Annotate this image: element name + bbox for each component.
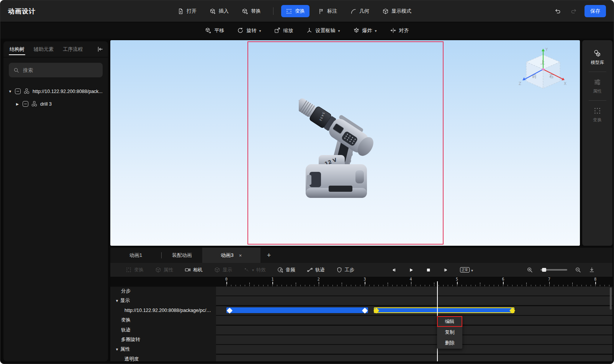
explode-cube-icon [353, 27, 360, 34]
assembly-icon [31, 101, 38, 107]
expand-arrow-icon[interactable] [16, 102, 20, 106]
save-button[interactable]: 保存 [585, 5, 606, 17]
tool-workstep[interactable]: 工步 [336, 267, 354, 273]
explode-button[interactable]: 爆炸 [349, 25, 381, 36]
row-label[interactable]: 显示 [110, 296, 216, 305]
tool-camera[interactable]: 相机 [185, 267, 203, 273]
main-menu: 打开 插入 替换 变换 标注 几何 显示模式 [173, 5, 416, 17]
clip-selected[interactable] [374, 307, 514, 313]
search-input[interactable] [22, 67, 98, 73]
annotate-button[interactable]: 标注 [313, 5, 342, 17]
row-label[interactable]: 分步 [110, 287, 216, 295]
tool-properties[interactable]: 属性 [155, 267, 173, 273]
display-mode-button[interactable]: 显示模式 [378, 5, 416, 17]
app-title: 动画设计 [8, 7, 36, 16]
tree-item-package[interactable]: http://10.122.92.200:8088/pack... [3, 85, 108, 98]
open-button[interactable]: 打开 [173, 5, 201, 17]
clip[interactable] [226, 307, 368, 313]
tool-trajectory[interactable]: 轨迹 [307, 267, 325, 273]
row-track[interactable] [216, 296, 612, 305]
tool-effects[interactable]: 特效 [244, 267, 266, 273]
viewport-3d[interactable]: 5432 12 V [110, 40, 580, 246]
playback-speed-select[interactable]: 正常 [460, 266, 473, 273]
stop-button[interactable] [426, 267, 431, 273]
timeline-tabs: 动画1 装配动画 动画3 × + [110, 248, 612, 263]
timeline-ruler[interactable]: 012345678 [110, 277, 612, 287]
expand-arrow-icon[interactable] [115, 299, 119, 303]
step-forward-button[interactable] [443, 267, 449, 273]
right-rail: 模型库 属性 变换 [582, 40, 612, 246]
play-button[interactable] [408, 267, 414, 273]
transform-mode-button[interactable]: 变换 [281, 5, 309, 17]
redo-button[interactable] [569, 7, 578, 16]
ruler-label: 6 [502, 277, 504, 281]
tree-item-drill[interactable]: drill 3 [3, 98, 108, 110]
scale-button[interactable]: 缩放 [270, 25, 297, 36]
row-track[interactable] [216, 326, 612, 335]
expand-arrow-icon[interactable] [8, 90, 12, 93]
replace-button[interactable]: 替换 [237, 5, 265, 17]
cube-icon [382, 8, 389, 15]
row-track[interactable] [216, 335, 612, 344]
zoom-in-icon[interactable] [527, 267, 533, 273]
timeline-zoom-slider[interactable] [540, 269, 567, 271]
close-tab-icon[interactable]: × [239, 253, 242, 258]
timeline-tab-assembly[interactable]: 装配动画 [162, 248, 202, 263]
visibility-checkbox[interactable] [23, 101, 28, 107]
undo-button[interactable] [553, 7, 563, 16]
zoom-out-icon[interactable] [575, 267, 581, 273]
add-tab-button[interactable]: + [260, 248, 277, 263]
row-label[interactable]: http://10.122.92.200:8088/package/pc/3dE… [110, 306, 216, 315]
ruler-label: 7 [548, 277, 550, 281]
row-label[interactable]: 多圈旋转 [110, 335, 216, 344]
row-label[interactable]: 轨迹 [110, 326, 216, 335]
row-track[interactable] [216, 345, 612, 354]
tool-transform[interactable]: 变换 [126, 267, 144, 273]
rotate-button[interactable]: 旋转 [233, 25, 265, 36]
step-back-button[interactable] [391, 267, 397, 273]
timeline-row-display-group: 显示 [110, 296, 612, 305]
chevron-down-icon [375, 28, 377, 33]
tab-auxiliary-elements[interactable]: 辅助元素 [32, 41, 55, 57]
timeline-rows: 分步 显示 http://10.122.92.200:8088/package/… [110, 287, 612, 361]
ruler-label: 1 [271, 277, 273, 281]
tab-structure-tree[interactable]: 结构树 [8, 41, 26, 57]
rail-properties[interactable]: 属性 [593, 74, 602, 98]
tool-audio[interactable]: 音频 [277, 267, 295, 273]
pan-button[interactable]: 平移 [201, 25, 228, 36]
collapse-panel-button[interactable] [97, 46, 103, 52]
slider-handle[interactable] [542, 268, 546, 272]
timeline-scrollbar[interactable] [610, 287, 612, 310]
search-icon [13, 67, 19, 73]
tab-process-flow[interactable]: 工序流程 [61, 41, 84, 57]
download-icon[interactable] [589, 267, 595, 273]
chevron-down-icon [471, 266, 473, 273]
timeline-tab-anim3[interactable]: 动画3 × [202, 248, 260, 263]
arc-icon [350, 8, 357, 15]
row-label[interactable]: 属性 [110, 345, 216, 354]
context-menu-delete[interactable]: 删除 [437, 338, 462, 348]
rail-transform[interactable]: 变换 [593, 103, 602, 127]
context-menu-edit[interactable]: 编辑 [437, 316, 462, 327]
geometry-button[interactable]: 几何 [345, 5, 374, 17]
align-button[interactable]: 对齐 [386, 25, 413, 36]
row-label[interactable]: 变换 [110, 316, 216, 325]
camera-icon [185, 267, 191, 273]
visibility-checkbox[interactable] [15, 88, 21, 94]
speed-badge: 正常 [460, 267, 470, 273]
row-label[interactable]: 透明度 [110, 355, 216, 361]
shield-icon [336, 267, 342, 273]
rail-model-library[interactable]: 模型库 [591, 46, 604, 69]
assembly-icon [23, 88, 30, 95]
expand-arrow-icon[interactable] [115, 348, 119, 351]
tool-display[interactable]: 显示 [214, 267, 232, 273]
context-menu-copy[interactable]: 复制 [437, 327, 462, 338]
row-track[interactable] [216, 287, 612, 295]
view-cube[interactable]: 上 前 右 Y Z X [518, 46, 568, 95]
row-track[interactable] [216, 355, 612, 361]
row-track[interactable] [216, 316, 612, 325]
timeline-tab-anim1[interactable]: 动画1 [110, 248, 161, 263]
set-pivot-button[interactable]: 设置枢轴 [302, 25, 344, 36]
insert-button[interactable]: 插入 [205, 5, 233, 17]
keyframe-track[interactable] [216, 306, 612, 315]
